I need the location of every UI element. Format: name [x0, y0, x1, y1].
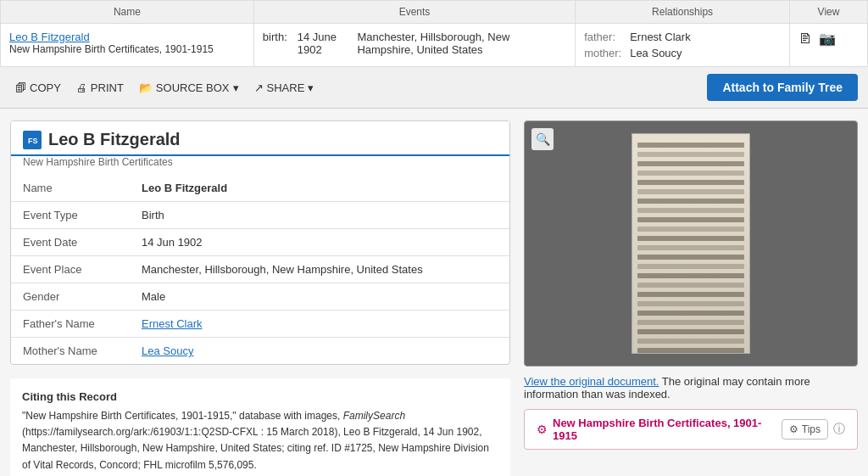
record-field-value: 14 Jun 1902 [130, 229, 509, 256]
citation-text: "New Hampshire Birth Certificates, 1901-… [22, 408, 498, 473]
share-icon: ↗ [254, 81, 264, 94]
family-search-logo: FS [26, 134, 38, 146]
table-row: Leo B Fitzgerald New Hampshire Birth Cer… [1, 24, 868, 67]
event-date: 14 June 1902 [298, 31, 348, 56]
col-header-name: Name [1, 1, 254, 24]
mother-label: mother: [584, 47, 625, 59]
source-banner: ⚙ New Hampshire Birth Certificates, 1901… [524, 409, 858, 450]
record-header: FS Leo B Fitzgerald [11, 121, 509, 156]
svg-text:FS: FS [28, 137, 38, 145]
tips-gear-icon: ⚙ [789, 423, 798, 435]
print-icon: 🖨 [76, 81, 87, 94]
event-label: birth: [263, 31, 287, 43]
record-field-row: Event PlaceManchester, Hillsborough, New… [11, 256, 509, 283]
source-box-button[interactable]: 📂 SOURCE BOX ▾ [134, 79, 244, 97]
share-chevron-icon: ▾ [308, 81, 314, 94]
view-original-text: View the original document. The original… [524, 375, 858, 400]
record-field-row: NameLeo B Fitzgerald [11, 175, 509, 202]
record-field-label: Gender [11, 283, 130, 311]
tips-button[interactable]: ⚙ Tips [782, 419, 828, 440]
record-field-row: Event TypeBirth [11, 202, 509, 229]
father-value: Ernest Clark [630, 31, 691, 43]
document-lines [637, 143, 744, 344]
top-results-table: Name Events Relationships View Leo B Fit… [0, 0, 868, 67]
info-icon[interactable]: ⓘ [833, 422, 845, 437]
attach-to-family-tree-button[interactable]: Attach to Family Tree [707, 74, 858, 101]
mother-value: Lea Soucy [630, 47, 682, 59]
view-original-link[interactable]: View the original document. [524, 375, 659, 388]
col-header-view: View [790, 1, 868, 24]
fs-icon: FS [23, 131, 42, 149]
record-field-label: Mother's Name [11, 338, 130, 365]
main-content: FS Leo B Fitzgerald New Hampshire Birth … [0, 109, 868, 476]
record-fields-table: NameLeo B FitzgeraldEvent TypeBirthEvent… [11, 175, 509, 364]
source-box-icon: 📂 [139, 81, 153, 94]
record-field-label: Father's Name [11, 311, 130, 338]
record-field-label: Name [11, 175, 130, 202]
record-field-value[interactable]: Ernest Clark [130, 311, 509, 338]
citation-title: Citing this Record [22, 390, 498, 403]
citation-italic: FamilySearch [343, 410, 405, 422]
view-record-icon[interactable]: 🖹 [798, 31, 812, 47]
record-subtitle: New Hampshire Birth Certificates [11, 156, 509, 175]
record-field-value: Birth [130, 202, 509, 229]
record-field-row: GenderMale [11, 283, 509, 311]
share-button[interactable]: ↗ SHARE ▾ [249, 79, 320, 97]
document-image-container: 🔍 [524, 120, 858, 367]
copy-button[interactable]: 🗐 COPY [10, 79, 66, 97]
record-field-row: Event Date14 Jun 1902 [11, 229, 509, 256]
print-button[interactable]: 🖨 PRINT [71, 79, 129, 97]
record-field-label: Event Date [11, 229, 130, 256]
citation-block: Citing this Record "New Hampshire Birth … [10, 378, 510, 476]
gear-icon: ⚙ [537, 423, 548, 436]
record-field-label: Event Type [11, 202, 130, 229]
record-field-label: Event Place [11, 256, 130, 283]
person-name-link[interactable]: Leo B Fitzgerald [9, 31, 245, 43]
right-panel: 🔍 [510, 120, 858, 476]
record-field-value: Leo B Fitzgerald [130, 175, 509, 202]
record-title: Leo B Fitzgerald [48, 130, 181, 149]
record-field-row: Mother's NameLea Soucy [11, 338, 509, 365]
col-header-relationships: Relationships [576, 1, 790, 24]
record-field-value: Manchester, Hillsborough, New Hampshire,… [130, 256, 509, 283]
toolbar: 🗐 COPY 🖨 PRINT 📂 SOURCE BOX ▾ ↗ SHARE ▾ … [0, 67, 868, 109]
record-field-value[interactable]: Lea Soucy [130, 338, 509, 365]
record-field-value: Male [130, 283, 509, 311]
left-panel: FS Leo B Fitzgerald New Hampshire Birth … [10, 120, 510, 476]
view-camera-icon[interactable]: 📷 [819, 31, 836, 47]
event-place: Manchester, Hillsborough, New Hampshire,… [357, 31, 566, 56]
record-card: FS Leo B Fitzgerald New Hampshire Birth … [10, 120, 510, 365]
col-header-events: Events [253, 1, 575, 24]
source-banner-text: New Hampshire Birth Certificates, 1901-1… [553, 417, 776, 442]
source-box-chevron-icon: ▾ [233, 81, 239, 94]
copy-icon: 🗐 [15, 81, 26, 94]
father-label: father: [584, 31, 625, 43]
document-image [632, 133, 750, 354]
record-source-name: New Hampshire Birth Certificates, 1901-1… [9, 43, 245, 55]
zoom-icon[interactable]: 🔍 [531, 128, 554, 150]
record-field-row: Father's NameErnest Clark [11, 311, 509, 338]
